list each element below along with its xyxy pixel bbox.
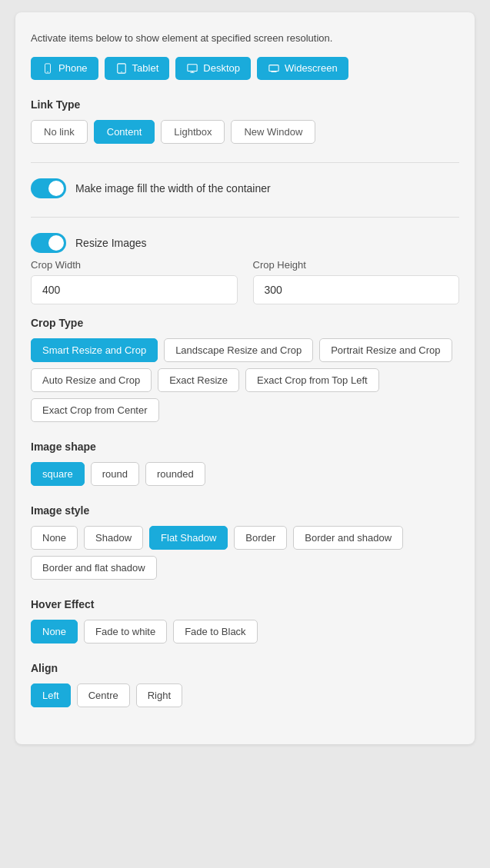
hover-effect-section: Hover Effect None Fade to white Fade to … — [31, 598, 459, 644]
image-shape-title: Image shape — [31, 441, 459, 453]
screen-buttons-group: Phone Tablet Desktop Widescreen — [31, 57, 459, 80]
hover-effect-title: Hover Effect — [31, 598, 459, 610]
crop-height-field: Crop Height — [253, 259, 460, 304]
divider-1 — [31, 162, 459, 163]
image-style-section: Image style None Shadow Flat Shadow Bord… — [31, 504, 459, 580]
crop-height-label: Crop Height — [253, 259, 460, 271]
tablet-icon — [115, 62, 128, 75]
align-btn-centre[interactable]: Centre — [77, 683, 130, 707]
svg-rect-4 — [188, 64, 197, 71]
crop-width-input[interactable] — [31, 275, 238, 304]
screen-resolution-description: Activate items below to show element at … — [31, 31, 459, 46]
fill-width-row: Make image fill the width of the contain… — [31, 178, 459, 198]
style-btn-none[interactable]: None — [31, 526, 78, 550]
link-type-group: No link Content Lightbox New Window — [31, 120, 459, 144]
desktop-icon — [186, 62, 198, 75]
shape-btn-round[interactable]: round — [91, 462, 139, 486]
crop-btn-exact-resize[interactable]: Exact Resize — [158, 368, 239, 392]
align-section: Align Left Centre Right — [31, 662, 459, 707]
align-btn-right[interactable]: Right — [136, 683, 182, 707]
screen-btn-desktop[interactable]: Desktop — [175, 57, 251, 80]
crop-btn-auto[interactable]: Auto Resize and Crop — [31, 368, 152, 392]
svg-point-3 — [121, 71, 122, 72]
phone-icon — [42, 62, 54, 75]
screen-btn-tablet[interactable]: Tablet — [105, 57, 170, 80]
link-btn-nolink[interactable]: No link — [31, 120, 88, 144]
align-btn-left[interactable]: Left — [31, 683, 71, 707]
crop-width-field: Crop Width — [31, 259, 238, 304]
crop-type-group: Smart Resize and Crop Landscape Resize a… — [31, 338, 459, 422]
resize-images-label: Resize Images — [75, 237, 147, 249]
style-btn-shadow[interactable]: Shadow — [84, 526, 143, 550]
image-shape-group: square round rounded — [31, 462, 459, 486]
settings-panel: Activate items below to show element at … — [15, 12, 475, 744]
widescreen-icon — [268, 62, 280, 75]
hover-btn-black[interactable]: Fade to Black — [173, 620, 258, 644]
fill-width-label: Make image fill the width of the contain… — [75, 182, 271, 195]
crop-btn-portrait[interactable]: Portrait Resize and Crop — [319, 338, 452, 362]
crop-type-title: Crop Type — [31, 317, 459, 329]
image-style-group: None Shadow Flat Shadow Border Border an… — [31, 526, 459, 580]
hover-effect-group: None Fade to white Fade to Black — [31, 620, 459, 644]
crop-width-label: Crop Width — [31, 259, 238, 271]
divider-2 — [31, 217, 459, 218]
fill-width-toggle[interactable] — [31, 178, 66, 198]
shape-btn-square[interactable]: square — [31, 462, 85, 486]
svg-rect-7 — [269, 65, 278, 71]
crop-height-input[interactable] — [253, 275, 460, 304]
style-btn-border-flat-shadow[interactable]: Border and flat shadow — [31, 556, 157, 580]
link-type-title: Link Type — [31, 98, 459, 111]
resize-images-section: Resize Images Crop Width Crop Height Cro… — [31, 233, 459, 422]
resize-images-row: Resize Images — [31, 233, 459, 253]
shape-btn-rounded[interactable]: rounded — [145, 462, 205, 486]
crop-btn-exact-topleft[interactable]: Exact Crop from Top Left — [245, 368, 379, 392]
align-group: Left Centre Right — [31, 683, 459, 707]
hover-btn-none[interactable]: None — [31, 620, 78, 644]
link-btn-newwindow[interactable]: New Window — [231, 120, 315, 144]
image-shape-section: Image shape square round rounded — [31, 441, 459, 486]
resize-images-toggle[interactable] — [31, 233, 66, 253]
style-btn-border-shadow[interactable]: Border and shadow — [293, 526, 403, 550]
crop-inputs-row: Crop Width Crop Height — [31, 259, 459, 304]
fill-width-section: Make image fill the width of the contain… — [31, 178, 459, 198]
screen-resolution-section: Activate items below to show element at … — [31, 31, 459, 80]
crop-btn-smart[interactable]: Smart Resize and Crop — [31, 338, 158, 362]
screen-btn-phone[interactable]: Phone — [31, 57, 98, 80]
style-btn-flat-shadow[interactable]: Flat Shadow — [149, 526, 228, 550]
crop-btn-landscape[interactable]: Landscape Resize and Crop — [164, 338, 313, 362]
align-title: Align — [31, 662, 459, 674]
link-type-section: Link Type No link Content Lightbox New W… — [31, 98, 459, 144]
link-btn-content[interactable]: Content — [94, 120, 155, 144]
screen-btn-widescreen[interactable]: Widescreen — [257, 57, 348, 80]
style-btn-border[interactable]: Border — [234, 526, 287, 550]
link-btn-lightbox[interactable]: Lightbox — [161, 120, 225, 144]
hover-btn-white[interactable]: Fade to white — [84, 620, 167, 644]
svg-point-1 — [47, 71, 48, 72]
image-style-title: Image style — [31, 504, 459, 517]
crop-btn-exact-center[interactable]: Exact Crop from Center — [31, 398, 159, 422]
